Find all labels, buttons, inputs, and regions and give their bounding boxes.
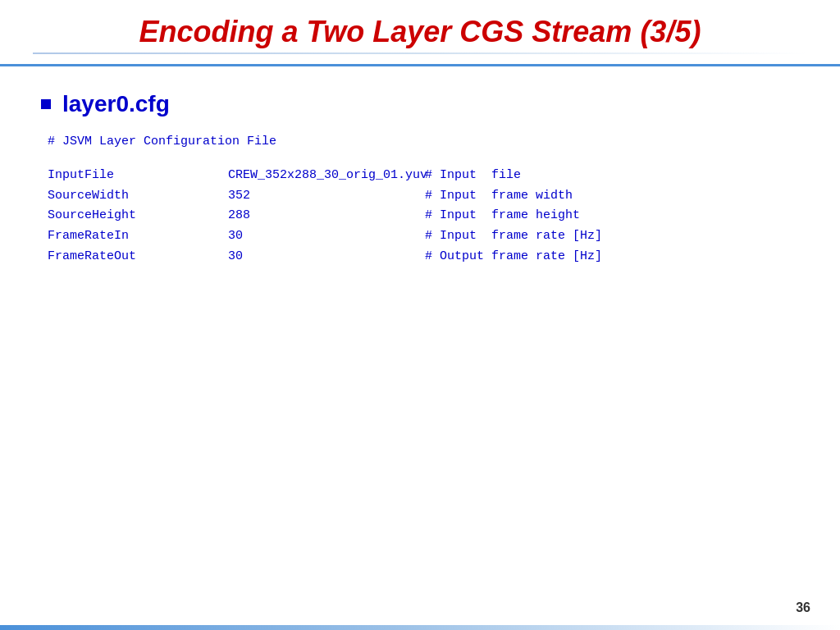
code-value: CREW_352x288_30_orig_01.yuv: [228, 166, 425, 186]
code-row: SourceHeight288# Input frame height: [48, 206, 799, 226]
code-key: SourceHeight: [48, 206, 228, 226]
code-rows: InputFileCREW_352x288_30_orig_01.yuv# In…: [48, 166, 799, 267]
code-value: 288: [228, 206, 425, 226]
code-row: InputFileCREW_352x288_30_orig_01.yuv# In…: [48, 166, 799, 186]
code-row: SourceWidth352# Input frame width: [48, 186, 799, 207]
section-title: layer0.cfg: [62, 91, 170, 117]
code-value: 352: [228, 186, 425, 207]
slide-content: layer0.cfg # JSVM Layer Configuration Fi…: [0, 66, 840, 284]
code-block: # JSVM Layer Configuration File InputFil…: [41, 132, 799, 267]
bottom-decorative-bar: [0, 625, 840, 630]
code-inline-comment: # Output frame rate [Hz]: [425, 247, 602, 267]
bullet-heading: layer0.cfg: [41, 91, 799, 117]
code-inline-comment: # Input frame rate [Hz]: [425, 226, 602, 247]
code-key: FrameRateOut: [48, 247, 228, 267]
code-value: 30: [228, 247, 425, 267]
page-number: 36: [796, 600, 810, 615]
code-inline-comment: # Input frame width: [425, 186, 573, 207]
code-value: 30: [228, 226, 425, 247]
code-key: InputFile: [48, 166, 228, 186]
code-inline-comment: # Input file: [425, 166, 521, 186]
comment-line: # JSVM Layer Configuration File: [48, 132, 799, 153]
code-row: FrameRateOut30# Output frame rate [Hz]: [48, 247, 799, 267]
code-key: FrameRateIn: [48, 226, 228, 247]
code-inline-comment: # Input frame height: [425, 206, 580, 226]
slide-title: Encoding a Two Layer CGS Stream (3/5): [33, 15, 807, 49]
slide-header: Encoding a Two Layer CGS Stream (3/5): [0, 0, 840, 66]
bullet-icon: [41, 99, 51, 109]
code-key: SourceWidth: [48, 186, 228, 207]
code-row: FrameRateIn30# Input frame rate [Hz]: [48, 226, 799, 247]
